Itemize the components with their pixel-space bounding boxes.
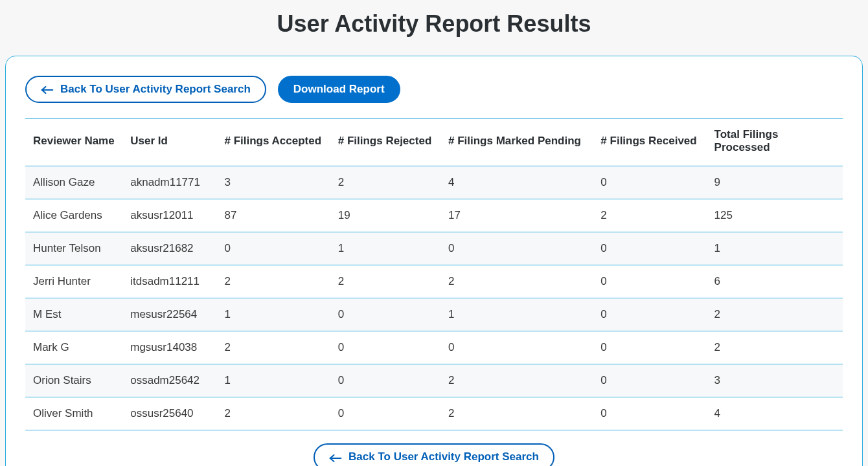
back-to-search-button[interactable]: Back To User Activity Report Search: [25, 76, 266, 103]
cell-pending: 2: [440, 364, 593, 397]
col-reviewer-name: Reviewer Name: [25, 119, 122, 166]
cell-pending: 0: [440, 331, 593, 364]
download-report-button[interactable]: Download Report: [278, 76, 400, 103]
cell-received: 0: [593, 298, 706, 331]
back-button-label: Back To User Activity Report Search: [60, 83, 251, 96]
footer-action-row: Back To User Activity Report Search: [25, 430, 843, 466]
cell-reviewer-name: Allison Gaze: [25, 166, 122, 199]
cell-reviewer-name: Mark G: [25, 331, 122, 364]
cell-reviewer-name: Alice Gardens: [25, 199, 122, 232]
cell-user-id: aknadm11771: [122, 166, 216, 199]
cell-rejected: 0: [330, 364, 440, 397]
cell-rejected: 2: [330, 166, 440, 199]
cell-total: 125: [707, 199, 843, 232]
cell-total: 4: [707, 397, 843, 430]
cell-total: 9: [707, 166, 843, 199]
cell-rejected: 0: [330, 397, 440, 430]
cell-pending: 2: [440, 265, 593, 298]
cell-user-id: mesusr22564: [122, 298, 216, 331]
cell-reviewer-name: Orion Stairs: [25, 364, 122, 397]
page-title: User Activity Report Results: [0, 10, 868, 38]
cell-accepted: 2: [216, 331, 330, 364]
cell-accepted: 1: [216, 364, 330, 397]
cell-user-id: aksusr21682: [122, 232, 216, 265]
cell-rejected: 2: [330, 265, 440, 298]
col-filings-received: # Filings Received: [593, 119, 706, 166]
table-row: M Estmesusr2256410102: [25, 298, 843, 331]
cell-total: 2: [707, 331, 843, 364]
cell-received: 0: [593, 232, 706, 265]
cell-received: 0: [593, 265, 706, 298]
table-row: Oliver Smithossusr2564020204: [25, 397, 843, 430]
col-filings-accepted: # Filings Accepted: [216, 119, 330, 166]
table-row: Alice Gardensaksusr120118719172125: [25, 199, 843, 232]
cell-reviewer-name: Oliver Smith: [25, 397, 122, 430]
cell-total: 3: [707, 364, 843, 397]
table-row: Mark Gmgsusr1403820002: [25, 331, 843, 364]
table-row: Hunter Telsonaksusr2168201001: [25, 232, 843, 265]
cell-reviewer-name: Jerri Hunter: [25, 265, 122, 298]
cell-rejected: 0: [330, 331, 440, 364]
cell-pending: 0: [440, 232, 593, 265]
arrow-left-icon: [329, 453, 342, 462]
cell-user-id: itdsadm11211: [122, 265, 216, 298]
cell-received: 2: [593, 199, 706, 232]
arrow-left-icon: [41, 85, 54, 94]
col-filings-pending: # Filings Marked Pending: [440, 119, 593, 166]
cell-reviewer-name: Hunter Telson: [25, 232, 122, 265]
cell-accepted: 0: [216, 232, 330, 265]
cell-accepted: 2: [216, 265, 330, 298]
cell-pending: 1: [440, 298, 593, 331]
cell-rejected: 1: [330, 232, 440, 265]
cell-user-id: aksusr12011: [122, 199, 216, 232]
cell-received: 0: [593, 397, 706, 430]
cell-received: 0: [593, 364, 706, 397]
cell-pending: 17: [440, 199, 593, 232]
cell-total: 2: [707, 298, 843, 331]
footer-back-to-search-button[interactable]: Back To User Activity Report Search: [314, 443, 554, 466]
action-row: Back To User Activity Report Search Down…: [25, 76, 843, 103]
table-row: Orion Stairsossadm2564210203: [25, 364, 843, 397]
col-total-processed: Total Filings Processed: [707, 119, 843, 166]
cell-user-id: ossusr25640: [122, 397, 216, 430]
cell-user-id: ossadm25642: [122, 364, 216, 397]
cell-rejected: 0: [330, 298, 440, 331]
cell-pending: 2: [440, 397, 593, 430]
cell-accepted: 3: [216, 166, 330, 199]
cell-total: 1: [707, 232, 843, 265]
cell-accepted: 2: [216, 397, 330, 430]
table-row: Allison Gazeaknadm1177132409: [25, 166, 843, 199]
cell-reviewer-name: M Est: [25, 298, 122, 331]
cell-rejected: 19: [330, 199, 440, 232]
cell-accepted: 87: [216, 199, 330, 232]
cell-accepted: 1: [216, 298, 330, 331]
cell-user-id: mgsusr14038: [122, 331, 216, 364]
results-table: Reviewer Name User Id # Filings Accepted…: [25, 118, 843, 430]
cell-total: 6: [707, 265, 843, 298]
download-button-label: Download Report: [293, 83, 385, 96]
cell-received: 0: [593, 331, 706, 364]
results-panel: Back To User Activity Report Search Down…: [5, 56, 863, 466]
cell-pending: 4: [440, 166, 593, 199]
table-row: Jerri Hunteritdsadm1121122206: [25, 265, 843, 298]
col-filings-rejected: # Filings Rejected: [330, 119, 440, 166]
table-header-row: Reviewer Name User Id # Filings Accepted…: [25, 119, 843, 166]
cell-received: 0: [593, 166, 706, 199]
footer-back-button-label: Back To User Activity Report Search: [348, 450, 539, 463]
col-user-id: User Id: [122, 119, 216, 166]
